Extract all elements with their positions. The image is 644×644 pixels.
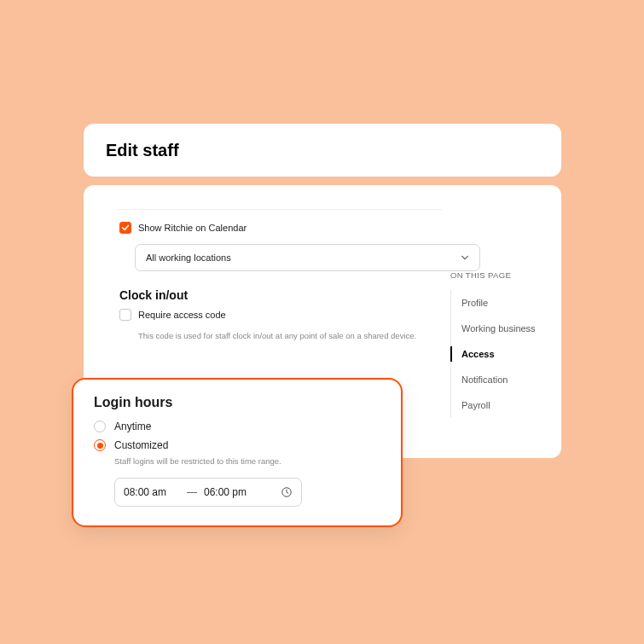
option-anytime-row[interactable]: Anytime bbox=[94, 421, 379, 432]
show-on-calendar-row: Show Ritchie on Calendar bbox=[119, 222, 541, 234]
check-icon bbox=[121, 223, 130, 232]
divider bbox=[118, 209, 442, 210]
time-end: 06:00 pm bbox=[204, 486, 260, 498]
require-access-checkbox[interactable] bbox=[119, 309, 131, 321]
on-this-page: ON THIS PAGE Profile Working business Ac… bbox=[450, 270, 544, 418]
radio-customized[interactable] bbox=[94, 439, 106, 451]
on-this-page-list: Profile Working business Access Notifica… bbox=[450, 290, 544, 418]
radio-anytime[interactable] bbox=[94, 421, 106, 432]
page-title: Edit staff bbox=[106, 141, 179, 160]
time-dash: — bbox=[187, 486, 197, 498]
require-access-label: Require access code bbox=[138, 310, 226, 320]
show-on-calendar-label: Show Ritchie on Calendar bbox=[138, 223, 247, 233]
login-hours-title: Login hours bbox=[94, 395, 379, 410]
clock-icon bbox=[281, 486, 293, 498]
chevron-down-icon bbox=[461, 253, 469, 262]
locations-select-value: All working locations bbox=[146, 252, 231, 263]
option-anytime-label: Anytime bbox=[114, 421, 151, 432]
show-on-calendar-checkbox[interactable] bbox=[119, 222, 131, 234]
locations-select[interactable]: All working locations bbox=[135, 244, 480, 271]
onpage-item-notification[interactable]: Notification bbox=[451, 367, 544, 392]
onpage-item-access[interactable]: Access bbox=[451, 341, 544, 367]
onpage-item-payroll[interactable]: Payroll bbox=[451, 392, 544, 418]
login-hours-panel: Login hours Anytime Customized Staff log… bbox=[72, 378, 403, 527]
on-this-page-title: ON THIS PAGE bbox=[450, 270, 544, 280]
time-range-input[interactable]: 08:00 am — 06:00 pm bbox=[114, 478, 302, 507]
header-card: Edit staff bbox=[84, 124, 561, 177]
login-hours-help: Staff logins will be restricted to this … bbox=[114, 456, 379, 466]
option-customized-row[interactable]: Customized bbox=[94, 439, 379, 451]
option-customized-label: Customized bbox=[114, 439, 168, 451]
onpage-item-profile[interactable]: Profile bbox=[451, 290, 544, 316]
onpage-item-working-business[interactable]: Working business bbox=[451, 316, 544, 341]
time-start: 08:00 am bbox=[124, 486, 180, 498]
